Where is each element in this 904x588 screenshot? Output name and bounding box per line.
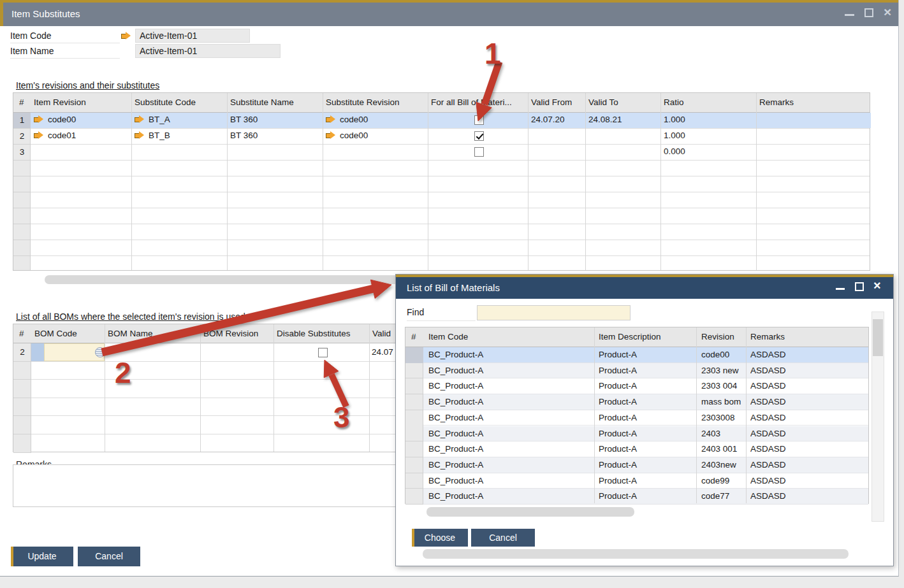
revisions-table: # Item Revision Substitute Code Substitu… xyxy=(13,92,870,271)
disable-substitutes-checkbox[interactable] xyxy=(318,348,328,357)
item-description-cell: Product-A xyxy=(599,460,637,470)
horizontal-scrollbar-thumb[interactable] xyxy=(426,507,634,517)
column-header[interactable]: Remarks xyxy=(759,97,794,107)
column-header[interactable]: Ratio xyxy=(664,97,684,107)
column-header[interactable]: # xyxy=(411,332,416,341)
for-all-bom-checkbox[interactable] xyxy=(474,131,484,141)
table-row[interactable]: 6 BC_Product-A Product-A 2403 ASDASD xyxy=(405,426,868,442)
item-code-cell: BC_Product-A xyxy=(428,350,483,359)
bom-code-selection-cell[interactable] xyxy=(31,343,44,361)
column-header[interactable]: Disable Substitutes xyxy=(277,329,351,338)
table-row[interactable]: 2 code01 BT_B BT 360 code00 1.000 xyxy=(13,129,870,144)
for-all-bom-checkbox[interactable] xyxy=(474,147,484,157)
substitute-revision-cell: code00 xyxy=(340,115,368,124)
column-header[interactable]: Item Revision xyxy=(34,97,86,107)
table-row[interactable]: 1 code00 BT_A BT 360 code00 24.07.20 24.… xyxy=(13,113,870,128)
maximize-icon[interactable] xyxy=(864,8,873,17)
table-row[interactable]: 2 BC_Product-A Product-A 2303 new ASDASD xyxy=(405,363,868,379)
link-arrow-icon[interactable] xyxy=(326,115,336,123)
link-arrow-icon[interactable] xyxy=(135,115,145,123)
revision-cell: mass bom xyxy=(701,397,741,406)
column-header[interactable]: Substitute Code xyxy=(135,97,196,107)
window-bottom-scrollbar[interactable] xyxy=(423,549,849,559)
cancel-button[interactable]: Cancel xyxy=(78,547,140,566)
item-description-cell: Product-A xyxy=(599,444,637,454)
link-arrow-icon[interactable] xyxy=(326,131,336,139)
ratio-cell: 1.000 xyxy=(664,115,685,124)
remarks-cell: ASDASD xyxy=(750,491,786,501)
choose-from-list-icon[interactable] xyxy=(95,347,105,357)
vertical-scrollbar-thumb[interactable] xyxy=(873,319,883,356)
link-arrow-icon[interactable] xyxy=(34,115,44,123)
update-button[interactable]: Update xyxy=(11,547,73,566)
table-row[interactable]: 10 BC_Product-A Product-A code77 ASDASD xyxy=(405,489,868,505)
remarks-cell: ASDASD xyxy=(750,397,786,406)
find-input[interactable] xyxy=(477,305,631,320)
remarks-cell: ASDASD xyxy=(750,350,786,359)
column-header[interactable]: BOM Name xyxy=(108,329,153,338)
item-description-cell: Product-A xyxy=(599,476,637,485)
table-row[interactable]: 3 0.000 xyxy=(13,145,870,160)
table-row[interactable]: 3 BC_Product-A Product-A 2303 004 ASDASD xyxy=(405,378,868,394)
item-revision-cell: code01 xyxy=(48,131,76,140)
for-all-bom-checkbox[interactable] xyxy=(474,115,484,125)
item-description-cell: Product-A xyxy=(599,366,637,375)
column-header[interactable]: Remarks xyxy=(750,332,785,341)
item-code-label: Item Code xyxy=(10,29,120,43)
column-header[interactable]: BOM Revision xyxy=(203,329,258,338)
table-row[interactable]: 2 24.07 xyxy=(13,343,404,362)
bom-list-titlebar[interactable]: List of Bill of Materials xyxy=(396,277,893,299)
item-code-field[interactable]: Active-Item-01 xyxy=(135,29,250,43)
substitute-name-cell: BT 360 xyxy=(230,115,258,124)
column-header[interactable]: Valid xyxy=(372,329,391,338)
column-header[interactable]: Valid To xyxy=(588,97,618,107)
column-header[interactable]: Item Description xyxy=(599,332,661,341)
column-header[interactable]: Item Code xyxy=(428,332,468,341)
item-name-field[interactable]: Active-Item-01 xyxy=(135,44,281,58)
substitute-code-cell: BT_A xyxy=(149,115,170,124)
table-row[interactable]: 9 BC_Product-A Product-A code99 ASDASD xyxy=(405,473,868,489)
minimize-icon[interactable] xyxy=(845,14,854,16)
column-header[interactable]: For all Bill of Materi... xyxy=(431,97,512,107)
revision-cell: 2303 new xyxy=(701,366,739,375)
window-title: List of Bill of Materials xyxy=(407,282,500,293)
revision-cell: code99 xyxy=(701,476,729,485)
choose-button[interactable]: Choose xyxy=(412,529,468,547)
maximize-icon[interactable] xyxy=(855,282,864,291)
link-arrow-icon[interactable] xyxy=(121,32,131,39)
item-code-cell: BC_Product-A xyxy=(428,444,483,454)
column-header[interactable]: Substitute Revision xyxy=(326,97,400,107)
table-row[interactable]: 5 BC_Product-A Product-A 2303008 ASDASD xyxy=(405,410,868,426)
row-number: 3 xyxy=(13,147,31,157)
ratio-cell: 1.000 xyxy=(664,131,685,140)
column-header[interactable]: Revision xyxy=(701,332,734,341)
close-icon[interactable]: × xyxy=(884,4,891,20)
table-row[interactable]: 8 BC_Product-A Product-A 2403new ASDASD xyxy=(405,457,868,473)
valid-from-cell: 24.07 xyxy=(372,347,393,357)
table-row[interactable]: 4 BC_Product-A Product-A mass bom ASDASD xyxy=(405,394,868,410)
window-accent-left xyxy=(0,0,3,26)
item-name-label: Item Name xyxy=(10,44,120,59)
item-substitutes-titlebar[interactable]: Item Substitutes xyxy=(0,3,898,26)
selected-row-number-cell xyxy=(405,347,423,363)
column-header[interactable]: # xyxy=(19,329,24,338)
row-number-column xyxy=(405,347,423,505)
substitute-code-cell: BT_B xyxy=(149,131,170,140)
link-arrow-icon[interactable] xyxy=(135,131,145,139)
close-icon[interactable]: × xyxy=(873,278,881,293)
remarks-cell: ASDASD xyxy=(750,460,786,470)
item-code-cell: BC_Product-A xyxy=(428,491,483,501)
table-row[interactable]: 7 BC_Product-A Product-A 2403 001 ASDASD xyxy=(405,441,868,457)
link-arrow-icon[interactable] xyxy=(34,131,44,139)
cancel-button[interactable]: Cancel xyxy=(471,529,535,547)
revisions-section-title: Item's revisions and their substitutes xyxy=(16,80,159,90)
column-header[interactable]: # xyxy=(19,97,24,107)
minimize-icon[interactable] xyxy=(836,288,845,290)
table-row[interactable]: 1 BC_Product-A Product-A code00 ASDASD xyxy=(405,347,868,363)
item-revision-cell: code00 xyxy=(48,115,76,124)
column-header[interactable]: Valid From xyxy=(531,97,572,107)
valid-from-cell: 24.07.20 xyxy=(531,115,565,124)
column-header[interactable]: Substitute Name xyxy=(230,97,294,107)
remarks-cell: ASDASD xyxy=(750,429,786,438)
column-header[interactable]: BOM Code xyxy=(34,329,77,338)
